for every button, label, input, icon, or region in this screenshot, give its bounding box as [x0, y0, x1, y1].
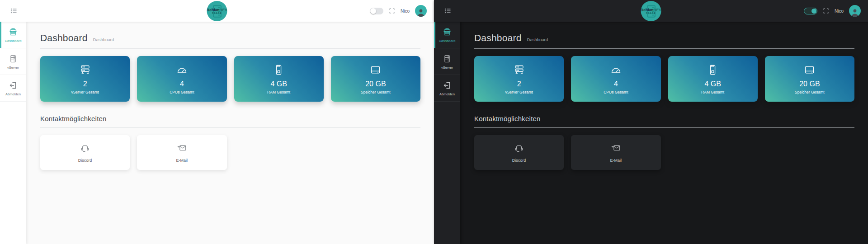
page-title: Dashboard [474, 33, 522, 43]
stats-row: 2 vServer Gesamt 4 CPUs Gesamt 4 GB RAM … [474, 56, 854, 102]
stat-card-vserver[interactable]: 2 vServer Gesamt [40, 56, 130, 102]
speedometer-icon [176, 64, 188, 76]
stat-label: CPUs Gesamt [604, 90, 628, 94]
contact-section-title: Kontaktmöglichkeiten [40, 115, 420, 122]
dark-mode-panel: DebianDEV SPACE Nico Dashboard vServer [434, 0, 868, 244]
server-rack-icon [443, 54, 452, 63]
stat-card-speicher[interactable]: 20 GB Speicher Gesamt [331, 56, 420, 102]
logo-subtitle: SPACE [212, 12, 222, 14]
sidebar-item-label: vServer [441, 66, 453, 70]
contact-label: Discord [512, 158, 526, 163]
divider [474, 48, 854, 49]
toggle-knob [370, 8, 376, 14]
topbar-controls: Nico [804, 5, 861, 17]
stat-card-vserver[interactable]: 2 vServer Gesamt [474, 56, 564, 102]
envelope-icon [177, 143, 187, 153]
topbar-controls: Nico [370, 5, 427, 17]
light-mode-panel: DebianDEV SPACE Nico Dashboard vServer [0, 0, 434, 244]
body-row: Dashboard vServer Abmelden Dashboard Das… [0, 22, 434, 244]
stat-card-ram[interactable]: 4 GB RAM Gesamt [668, 56, 758, 102]
storefront-icon [443, 28, 452, 37]
server-rack-icon [9, 54, 18, 63]
person-icon [416, 8, 425, 17]
sidebar-item-abmelden[interactable]: Abmelden [0, 75, 26, 102]
divider [40, 48, 420, 49]
sidebar: Dashboard vServer Abmelden [0, 22, 26, 244]
envelope-icon [611, 143, 621, 153]
stat-value: 4 GB [270, 80, 287, 88]
storefront-icon [9, 28, 18, 37]
contact-card-discord[interactable]: Discord [40, 135, 130, 170]
sidebar-item-label: vServer [7, 66, 19, 70]
logout-icon [443, 81, 452, 90]
theme-toggle[interactable] [804, 8, 817, 14]
sidebar-item-label: Abmelden [5, 92, 21, 96]
person-icon [850, 8, 859, 17]
contact-card-email[interactable]: E-Mail [137, 135, 226, 170]
hdd-icon [369, 64, 382, 76]
logo-subtitle: SPACE [646, 12, 656, 14]
sidebar-item-abmelden[interactable]: Abmelden [434, 75, 460, 102]
contact-card-email[interactable]: E-Mail [571, 135, 660, 170]
speedometer-icon [610, 64, 622, 76]
stat-label: RAM Gesamt [267, 90, 290, 94]
main-content: Dashboard Dashboard 2 vServer Gesamt 4 C… [460, 22, 868, 244]
stat-card-cpus[interactable]: 4 CPUs Gesamt [571, 56, 660, 102]
stat-value: 2 [517, 80, 521, 88]
stat-value: 4 [180, 80, 184, 88]
stat-label: RAM Gesamt [701, 90, 724, 94]
body-row: Dashboard vServer Abmelden Dashboard Das… [434, 22, 868, 244]
stats-row: 2 vServer Gesamt 4 CPUs Gesamt 4 GB RAM … [40, 56, 420, 102]
logo-name: DebianDEV [641, 8, 661, 12]
breadcrumb: Dashboard [93, 37, 114, 42]
breadcrumb: Dashboard [527, 37, 548, 42]
sidebar: Dashboard vServer Abmelden [434, 22, 460, 244]
avatar[interactable] [415, 5, 427, 17]
contact-section-title: Kontaktmöglichkeiten [474, 115, 854, 122]
app-logo[interactable]: DebianDEV SPACE [641, 1, 661, 21]
menu-list-icon[interactable] [444, 7, 452, 15]
topbar: DebianDEV SPACE Nico [0, 0, 434, 22]
stat-card-speicher[interactable]: 20 GB Speicher Gesamt [765, 56, 854, 102]
contact-label: Discord [78, 158, 92, 163]
hdd-icon [803, 64, 816, 76]
fullscreen-icon[interactable] [823, 8, 829, 14]
stat-label: Speicher Gesamt [795, 90, 825, 94]
server-icon [513, 64, 525, 76]
divider [474, 127, 854, 128]
page-head: Dashboard Dashboard [40, 33, 420, 43]
memory-icon [273, 64, 285, 76]
contact-card-discord[interactable]: Discord [474, 135, 564, 170]
stat-label: CPUs Gesamt [170, 90, 194, 94]
sidebar-item-label: Dashboard [5, 39, 22, 43]
sidebar-item-label: Dashboard [439, 39, 456, 43]
contacts-row: Discord E-Mail [474, 135, 854, 170]
main-content: Dashboard Dashboard 2 vServer Gesamt 4 C… [26, 22, 434, 244]
stat-card-ram[interactable]: 4 GB RAM Gesamt [234, 56, 324, 102]
avatar[interactable] [849, 5, 861, 17]
app-logo[interactable]: DebianDEV SPACE [207, 1, 227, 21]
logout-icon [9, 81, 18, 90]
stat-label: vServer Gesamt [71, 90, 99, 94]
stat-label: vServer Gesamt [505, 90, 533, 94]
page-title: Dashboard [40, 33, 88, 43]
sidebar-item-vserver[interactable]: vServer [434, 48, 460, 75]
stat-value: 4 GB [704, 80, 721, 88]
sidebar-item-vserver[interactable]: vServer [0, 48, 26, 75]
stat-label: Speicher Gesamt [361, 90, 391, 94]
user-name: Nico [835, 9, 844, 14]
contact-label: E-Mail [176, 158, 188, 163]
headset-icon [514, 143, 524, 153]
sidebar-item-dashboard[interactable]: Dashboard [0, 22, 26, 48]
theme-toggle[interactable] [370, 8, 383, 14]
memory-icon [707, 64, 719, 76]
split-comparison: DebianDEV SPACE Nico Dashboard vServer [0, 0, 868, 244]
contacts-row: Discord E-Mail [40, 135, 420, 170]
page-head: Dashboard Dashboard [474, 33, 854, 43]
menu-list-icon[interactable] [10, 7, 18, 15]
stat-card-cpus[interactable]: 4 CPUs Gesamt [137, 56, 226, 102]
sidebar-item-dashboard[interactable]: Dashboard [434, 22, 460, 48]
contact-label: E-Mail [610, 158, 622, 163]
fullscreen-icon[interactable] [389, 8, 395, 14]
stat-value: 4 [614, 80, 618, 88]
